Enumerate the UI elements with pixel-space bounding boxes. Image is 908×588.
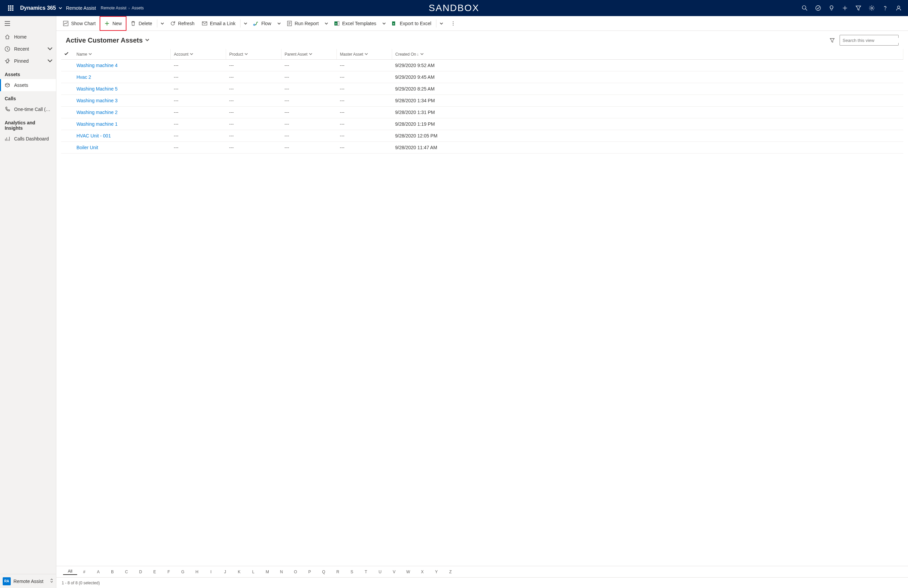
record-link[interactable]: Hvac 2 [76,74,91,80]
refresh-button[interactable]: Refresh [167,18,198,29]
row-selector[interactable] [61,118,73,130]
alpha-index-u[interactable]: U [373,570,387,574]
alpha-index-#[interactable]: # [77,570,91,574]
breadcrumb-entity[interactable]: Assets [132,6,144,10]
row-selector[interactable] [61,83,73,95]
alpha-index-d[interactable]: D [134,570,148,574]
alpha-index-a[interactable]: A [91,570,105,574]
filter-icon[interactable] [852,0,865,16]
new-button[interactable]: New [101,18,125,29]
view-selector-chevron-icon[interactable] [145,37,149,43]
alpha-index-q[interactable]: Q [317,570,331,574]
alpha-index-y[interactable]: Y [429,570,443,574]
search-icon[interactable] [798,0,811,16]
breadcrumb-area[interactable]: Remote Assist [101,6,126,10]
more-commands-button[interactable] [447,18,459,29]
table-row[interactable]: HVAC Unit - 001 --- --- --- --- 9/28/202… [61,130,903,142]
record-link[interactable]: Washing machine 1 [76,121,118,127]
settings-icon[interactable] [865,0,879,16]
alpha-index-f[interactable]: F [162,570,176,574]
column-filter-button[interactable] [827,35,837,46]
alpha-index-m[interactable]: M [260,570,274,574]
table-row[interactable]: Washing machine 1 --- --- --- --- 9/28/2… [61,118,903,130]
delete-button[interactable]: Delete [127,18,155,29]
column-header-parent-asset[interactable]: Parent Asset [281,49,336,59]
show-chart-button[interactable]: Show Chart [60,18,99,29]
select-all-header[interactable] [61,49,73,59]
run-report-button[interactable]: Run Report [283,18,322,29]
column-header-created-on[interactable]: Created On↓ [392,49,903,59]
row-selector[interactable] [61,95,73,107]
alpha-index-b[interactable]: B [105,570,119,574]
add-icon[interactable] [838,0,852,16]
column-header-product[interactable]: Product [226,49,281,59]
export-excel-button[interactable]: x Export to Excel [388,18,435,29]
task-icon[interactable] [811,0,825,16]
alpha-index-g[interactable]: G [176,570,190,574]
email-split-chevron[interactable] [242,18,249,29]
row-selector[interactable] [61,59,73,71]
app-launcher-icon[interactable] [3,0,19,16]
brand-chevron-icon[interactable] [59,5,62,11]
brand-label[interactable]: Dynamics 365 [20,5,56,11]
email-link-button[interactable]: Email a Link [198,18,239,29]
flow-button[interactable]: Flow [250,18,275,29]
record-link[interactable]: Washing machine 2 [76,109,118,115]
table-row[interactable]: Boiler Unit --- --- --- --- 9/28/2020 11… [61,142,903,154]
alpha-index-s[interactable]: S [345,570,359,574]
record-link[interactable]: Washing machine 3 [76,98,118,103]
alpha-index-n[interactable]: N [274,570,288,574]
record-link[interactable]: Washing machine 4 [76,63,118,68]
alpha-index-i[interactable]: I [204,570,218,574]
column-header-master-asset[interactable]: Master Asset [336,49,392,59]
breadcrumb-app[interactable]: Remote Assist [66,5,96,11]
templates-chevron[interactable] [380,18,388,29]
table-row[interactable]: Washing Machine 5 --- --- --- --- 9/29/2… [61,83,903,95]
alpha-index-z[interactable]: Z [443,570,457,574]
column-header-account[interactable]: Account [171,49,226,59]
excel-templates-button[interactable]: x Excel Templates [331,18,380,29]
alpha-index-l[interactable]: L [246,570,260,574]
alpha-index-h[interactable]: H [190,570,204,574]
export-split-chevron[interactable] [438,18,445,29]
view-title[interactable]: Active Customer Assets [66,37,143,44]
help-icon[interactable] [879,0,892,16]
record-link[interactable]: Boiler Unit [76,145,98,150]
sidebar-item-pinned[interactable]: Pinned [0,55,56,67]
alpha-index-t[interactable]: T [359,570,373,574]
row-selector[interactable] [61,130,73,142]
alpha-index-o[interactable]: O [288,570,303,574]
sidebar-item-recent[interactable]: Recent [0,43,56,55]
sidebar-item-home[interactable]: Home [0,31,56,43]
column-header-name[interactable]: Name [73,49,171,59]
alpha-index-j[interactable]: J [218,570,232,574]
table-row[interactable]: Washing machine 4 --- --- --- --- 9/29/2… [61,59,903,71]
search-view-input[interactable] [843,38,899,43]
alpha-index-v[interactable]: V [387,570,401,574]
alpha-index-r[interactable]: R [331,570,345,574]
record-link[interactable]: Washing Machine 5 [76,86,118,92]
flow-chevron[interactable] [275,18,283,29]
delete-split-chevron[interactable] [159,18,166,29]
row-selector[interactable] [61,71,73,83]
alpha-index-p[interactable]: P [303,570,317,574]
alpha-index-k[interactable]: K [232,570,246,574]
sidebar-item-calls-dashboard[interactable]: Calls Dashboard [0,133,56,145]
search-view-box[interactable] [840,35,898,46]
alpha-index-e[interactable]: E [148,570,162,574]
user-icon[interactable] [892,0,905,16]
table-row[interactable]: Washing machine 2 --- --- --- --- 9/28/2… [61,107,903,118]
alpha-index-x[interactable]: X [415,570,429,574]
sidebar-toggle[interactable] [0,16,56,31]
alpha-index-all[interactable]: All [63,569,77,575]
lightbulb-icon[interactable] [825,0,838,16]
sidebar-footer[interactable]: RA Remote Assist [0,574,56,588]
alpha-index-w[interactable]: W [401,570,415,574]
report-chevron[interactable] [323,18,330,29]
row-selector[interactable] [61,107,73,118]
table-row[interactable]: Hvac 2 --- --- --- --- 9/29/2020 9:45 AM [61,71,903,83]
table-row[interactable]: Washing machine 3 --- --- --- --- 9/28/2… [61,95,903,107]
sidebar-item-one-time-call[interactable]: One-time Call (Previ... [0,103,56,115]
row-selector[interactable] [61,142,73,154]
alpha-index-c[interactable]: C [119,570,134,574]
